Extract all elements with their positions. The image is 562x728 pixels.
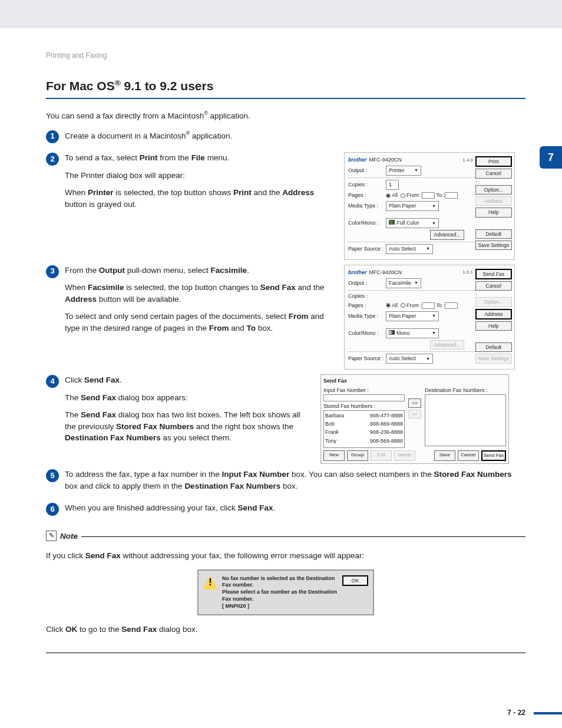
t: When — [65, 188, 88, 197]
step-4-text: Click Send Fax. The Send Fax dialog box … — [65, 374, 312, 450]
step-3: 3 From the Output pull-down menu, select… — [46, 265, 525, 370]
t: Send Fax — [121, 625, 157, 634]
step-1: 1 Create a document in a Macintosh® appl… — [46, 130, 525, 147]
chevron-down-icon: ▼ — [432, 220, 436, 226]
t: The — [65, 393, 81, 402]
pages-label: Pages : — [348, 192, 386, 199]
list-item[interactable]: Bob908-869-8888 — [325, 420, 403, 428]
t: and the — [252, 188, 283, 197]
t: and the — [296, 283, 325, 292]
step-5: 5 To address the fax, type a fax number … — [46, 469, 525, 498]
sendfax-title: Send Fax — [323, 377, 506, 385]
media-label: Media Type : — [348, 202, 386, 210]
from-radio[interactable] — [401, 303, 405, 308]
copies-label: Copies : — [348, 181, 386, 189]
print-button[interactable]: Print — [475, 156, 512, 167]
chevron-down-icon: ▼ — [414, 167, 418, 173]
input-fax-number-field[interactable] — [323, 394, 405, 401]
to-input[interactable] — [445, 302, 458, 309]
address-button[interactable]: Address — [475, 309, 512, 319]
t: is selected, the top button changes to — [124, 283, 260, 292]
t: box and click to apply them in the — [65, 482, 184, 490]
p: 908-477-8888 — [370, 412, 403, 420]
t: Facsimile — [211, 266, 247, 275]
note-icon — [46, 531, 57, 541]
help-button[interactable]: Help — [475, 321, 512, 331]
t: box. — [256, 324, 273, 332]
step-4: 4 Click Send Fax. The Send Fax dialog bo… — [46, 374, 525, 464]
printer-dialog-screenshot: brother MFC-9420CN1.4.0 Print Cancel Opt… — [344, 152, 525, 260]
all-radio[interactable] — [386, 303, 391, 308]
add-arrow-button[interactable]: >> — [408, 398, 421, 408]
list-item[interactable]: Tony908-569-8888 — [325, 437, 403, 445]
from-input[interactable] — [422, 192, 435, 199]
color-select[interactable]: Mono▼ — [386, 328, 439, 338]
advanced-button[interactable]: Advanced... — [430, 230, 464, 239]
t: Address — [282, 188, 314, 197]
option-button: Option... — [475, 297, 512, 307]
t: From — [289, 312, 309, 321]
t: Send Fax — [81, 393, 116, 402]
source-label: Paper Source : — [348, 245, 386, 253]
brother-logo: brother — [348, 269, 367, 276]
output-select[interactable]: Printer▼ — [386, 166, 421, 176]
t: and the right box shows the — [194, 422, 293, 431]
cancel-button[interactable]: Cancel — [458, 450, 479, 461]
ok-button[interactable]: OK — [342, 575, 368, 586]
all-radio[interactable] — [386, 193, 391, 198]
group-button[interactable]: Group — [347, 450, 368, 461]
send-fax-button[interactable]: Send Fax — [481, 450, 506, 461]
list-item[interactable]: Frank908-236-8888 — [325, 429, 403, 436]
send-fax-dialog-screenshot: Send Fax Input Fax Number : Stored Fax N… — [320, 374, 525, 464]
dest-fax-list[interactable] — [425, 394, 506, 446]
note-title: Note — [60, 531, 78, 542]
help-button[interactable]: Help — [475, 207, 512, 217]
t: Facsimile — [88, 283, 124, 292]
t: Click — [46, 625, 65, 634]
t: Send Fax — [260, 283, 296, 292]
to-label: To : — [437, 192, 445, 199]
save-button[interactable]: Save — [434, 450, 455, 461]
v: Printer — [389, 167, 405, 174]
intro-text: You can send a fax directly from a Macin… — [46, 110, 525, 121]
from-radio[interactable] — [401, 193, 405, 198]
new-button[interactable]: New — [323, 450, 345, 461]
color-select[interactable]: Full Color▼ — [386, 218, 439, 228]
t: button is grayed out. — [65, 200, 137, 209]
t: To select and only send certain pages of… — [65, 312, 289, 321]
media-select[interactable]: Plain Paper▼ — [386, 311, 439, 321]
send-fax-button[interactable]: Send Fax — [475, 269, 512, 279]
t: Print — [233, 188, 252, 197]
source-select[interactable]: Auto Select▼ — [386, 244, 433, 254]
default-button[interactable]: Default — [475, 229, 512, 239]
default-button[interactable]: Default — [475, 342, 512, 352]
t: box. — [280, 482, 297, 490]
intro-post: application. — [208, 111, 250, 120]
n: Bob — [325, 420, 335, 428]
address-button: Address — [475, 196, 512, 206]
from-input[interactable] — [422, 302, 435, 309]
t: Destination Fax Numbers — [184, 482, 280, 490]
output-select[interactable]: Facsimile▼ — [386, 278, 421, 288]
copies-input[interactable]: 1 — [386, 180, 399, 190]
t: Click — [65, 375, 84, 384]
step-6: 6 When you are finished addressing your … — [46, 502, 525, 520]
cancel-button[interactable]: Cancel — [475, 281, 512, 291]
v: Facsimile — [389, 279, 411, 287]
list-item[interactable]: Barbara908-477-8888 — [325, 412, 403, 420]
all-label: All — [392, 302, 398, 309]
source-select[interactable]: Auto Select▼ — [386, 354, 433, 364]
cancel-button[interactable]: Cancel — [475, 169, 512, 178]
dest-fax-label: Destination Fax Numbers : — [425, 387, 506, 394]
t: from the — [158, 153, 191, 162]
step-num-4: 4 — [46, 375, 59, 388]
chevron-down-icon: ▼ — [432, 313, 436, 319]
n: Barbara — [325, 412, 344, 420]
media-select[interactable]: Plain Paper▼ — [386, 201, 439, 211]
v: Auto Select — [389, 245, 416, 253]
to-input[interactable] — [445, 192, 458, 199]
save-settings-button[interactable]: Save Settings — [475, 241, 512, 250]
t: The Printer dialog box will appear: — [65, 170, 336, 182]
option-button[interactable]: Option... — [475, 185, 512, 195]
stored-fax-list[interactable]: Barbara908-477-8888 Bob908-869-8888 Fran… — [323, 410, 405, 448]
